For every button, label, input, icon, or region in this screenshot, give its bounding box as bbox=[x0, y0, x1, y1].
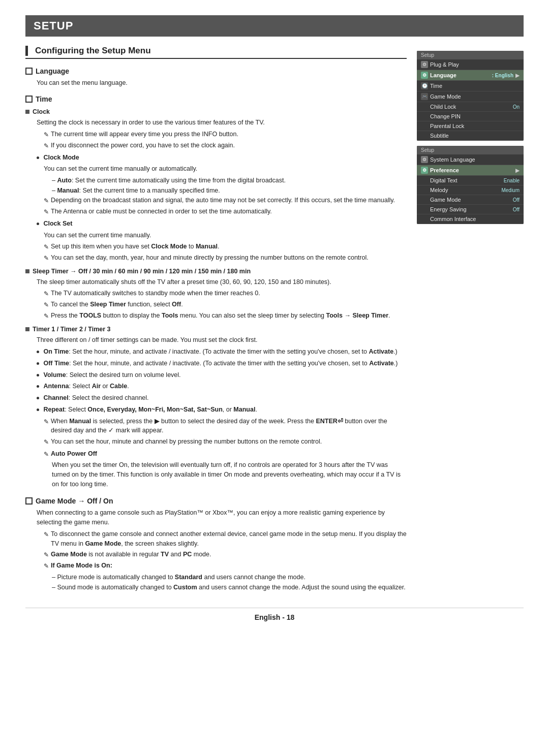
section-bar-icon bbox=[25, 46, 28, 56]
sleep-timer-bullet bbox=[25, 269, 29, 273]
timer-channel: Channel: Select the desired channel. bbox=[37, 393, 407, 403]
panel1-row-time: 🕐 Time bbox=[417, 81, 524, 91]
footer: English - 18 bbox=[25, 608, 524, 621]
clock-set-note1: ✎ Set up this item when you have set Clo… bbox=[44, 242, 407, 251]
ui-panel-1: Setup ⚙ Plug & Play ⚙ Language : English… bbox=[417, 51, 524, 141]
game-mode-note1: ✎ To disconnect the game console and con… bbox=[44, 529, 407, 549]
note-icon-7: ✎ bbox=[44, 289, 49, 298]
note-icon-9: ✎ bbox=[44, 311, 49, 321]
clock-mode-header: Clock Mode bbox=[37, 153, 407, 163]
panel2-row-preference: ⚙ Preference ▶ bbox=[417, 165, 524, 176]
note-icon-6: ✎ bbox=[44, 254, 49, 263]
repeat-bullet bbox=[37, 408, 39, 411]
game-mode-if2: Sound mode is automatically changed to C… bbox=[52, 582, 407, 592]
panel1-row-plugplay: ⚙ Plug & Play bbox=[417, 59, 524, 70]
note-icon-2: ✎ bbox=[44, 141, 49, 150]
auto-power-off-header: ✎ Auto Power Off bbox=[44, 449, 407, 459]
clock-set-note2: ✎ You can set the day, month, year, hour… bbox=[44, 253, 407, 263]
clock-bullet bbox=[25, 110, 29, 114]
timer-offtime: Off Time: Set the hour, minute, and acti… bbox=[37, 359, 407, 368]
clock-set-bullet bbox=[37, 223, 39, 225]
main-content: Configuring the Setup Menu Language You … bbox=[25, 46, 407, 592]
plug-play-icon: ⚙ bbox=[421, 61, 428, 68]
note-icon-3: ✎ bbox=[44, 196, 49, 205]
volume-bullet bbox=[37, 374, 39, 376]
off-time-bullet bbox=[37, 362, 39, 365]
clock-section: Clock bbox=[25, 108, 407, 115]
panel2-row-melody: Melody Medium bbox=[417, 185, 524, 195]
channel-bullet bbox=[37, 397, 39, 399]
time-icon: 🕐 bbox=[421, 82, 428, 89]
sleep-timer-header: Sleep Timer → Off / 30 min / 60 min / 90… bbox=[25, 268, 407, 275]
language-icon: ⚙ bbox=[421, 72, 428, 79]
clock-set-desc: You can set the current time manually. bbox=[44, 231, 407, 240]
game-icon: 🎮 bbox=[421, 93, 428, 100]
timer-ontime: On Time: Set the hour, minute, and activ… bbox=[37, 347, 407, 357]
sleep-timer-note2: ✎ To cancel the Sleep Timer function, se… bbox=[44, 300, 407, 309]
footer-text: English - 18 bbox=[255, 613, 295, 621]
page-title: SETUP bbox=[34, 19, 73, 32]
clock-desc: Setting the clock is necessary in order … bbox=[37, 118, 407, 128]
panel2-row-syslang: ⚙ System Language bbox=[417, 154, 524, 165]
timer-note-channel: ✎ You can set the hour, minute and chann… bbox=[44, 437, 407, 447]
timer-bullet bbox=[25, 327, 29, 331]
timer-antenna: Antenna: Select Air or Cable. bbox=[37, 382, 407, 391]
note-icon-5: ✎ bbox=[44, 242, 49, 251]
panel1-row-subtitle: Subtitle bbox=[417, 131, 524, 141]
language-desc: You can set the menu language. bbox=[37, 78, 407, 88]
panel1-header-label: Setup bbox=[421, 52, 434, 58]
panel2-header-label: Setup bbox=[421, 147, 434, 153]
on-time-bullet bbox=[37, 351, 39, 353]
clock-mode-note2: ✎ The Antenna or cable must be connected… bbox=[44, 207, 407, 216]
game-mode-if1: Picture mode is automatically changed to… bbox=[52, 572, 407, 582]
panel1-row-changepin: Change PIN bbox=[417, 112, 524, 121]
syslang-icon: ⚙ bbox=[421, 156, 428, 163]
panel2-header: Setup bbox=[417, 146, 524, 154]
note-icon-12: ✎ bbox=[44, 450, 49, 459]
timer-volume: Volume: Select the desired turn on volum… bbox=[37, 370, 407, 380]
page-header: SETUP bbox=[25, 15, 524, 37]
clock-mode-auto: Auto: Set the current time automatically… bbox=[52, 175, 407, 185]
panel1-header: Setup bbox=[417, 51, 524, 59]
section-heading: Configuring the Setup Menu bbox=[25, 46, 407, 59]
game-mode-note3: ✎ If Game Mode is On: bbox=[44, 561, 407, 571]
note-icon-8: ✎ bbox=[44, 300, 49, 309]
clock-mode-desc: You can set the current time manually or… bbox=[44, 164, 407, 174]
note-icon-15: ✎ bbox=[44, 561, 49, 571]
note-icon-14: ✎ bbox=[44, 550, 49, 559]
antenna-bullet bbox=[37, 385, 39, 388]
clock-set-header: Clock Set bbox=[37, 219, 407, 229]
timer-desc: Three different on / off timer settings … bbox=[37, 335, 407, 345]
ui-panel-2: Setup ⚙ System Language ⚙ Preference ▶ D… bbox=[417, 146, 524, 224]
game-mode-label: Game Mode → Off / On bbox=[36, 497, 113, 505]
game-mode-header: Game Mode → Off / On bbox=[25, 497, 407, 505]
game-mode-checkbox bbox=[25, 497, 33, 505]
panel2-row-digitaltext: Digital Text Enable bbox=[417, 176, 524, 185]
timer-note-repeat: ✎ When Manual is selected, press the ▶ b… bbox=[44, 417, 407, 436]
time-checkbox-icon bbox=[25, 96, 33, 103]
note-icon-1: ✎ bbox=[44, 130, 49, 139]
panel2-row-energysaving: Energy Saving Off bbox=[417, 205, 524, 214]
game-mode-note2: ✎ Game Mode is not available in regular … bbox=[44, 550, 407, 559]
panel1-row-childlock: Child Lock On bbox=[417, 102, 524, 112]
panel1-row-parentallock: Parental Lock bbox=[417, 121, 524, 131]
language-header: Language bbox=[25, 67, 407, 75]
game-mode-desc: When connecting to a game console such a… bbox=[37, 508, 407, 527]
panel1-row-language: ⚙ Language : English ▶ bbox=[417, 70, 524, 81]
sleep-timer-note1: ✎ The TV automatically switches to stand… bbox=[44, 289, 407, 298]
time-header: Time bbox=[25, 95, 407, 103]
clock-label: Clock bbox=[33, 108, 50, 115]
sleep-timer-note3: ✎ Press the TOOLS button to display the … bbox=[44, 311, 407, 321]
timer-repeat: Repeat: Select Once, Everyday, Mon~Fri, … bbox=[37, 405, 407, 415]
note-icon-13: ✎ bbox=[44, 530, 49, 539]
panel1-row-gamemode: 🎮 Game Mode bbox=[417, 91, 524, 102]
clock-note1: ✎ The current time will appear every tim… bbox=[44, 130, 407, 139]
clock-mode-note1: ✎ Depending on the broadcast station and… bbox=[44, 196, 407, 205]
time-label: Time bbox=[36, 95, 52, 103]
language-label: Language bbox=[36, 67, 69, 75]
clock-note2: ✎ If you disconnect the power cord, you … bbox=[44, 141, 407, 150]
language-checkbox-icon bbox=[25, 68, 33, 75]
clock-mode-bullet bbox=[37, 156, 39, 159]
panel2-row-gamemode: Game Mode Off bbox=[417, 195, 524, 205]
preference-icon: ⚙ bbox=[421, 167, 428, 174]
